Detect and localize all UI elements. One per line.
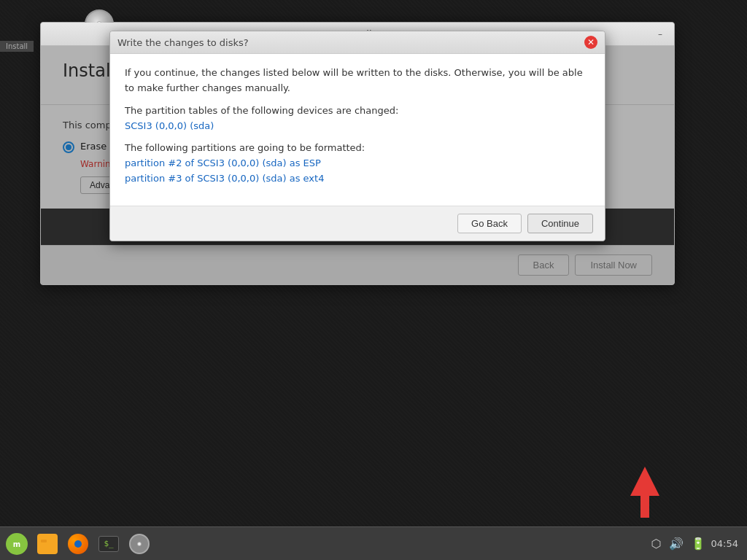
go-back-button[interactable]: Go Back bbox=[457, 214, 522, 233]
modal-body: If you continue, the changes listed belo… bbox=[110, 54, 605, 206]
mint-logo: m bbox=[6, 533, 28, 555]
volume-icon[interactable]: 🔊 bbox=[669, 537, 684, 551]
modal-overlay: Write the changes to disks? ✕ If you con… bbox=[41, 46, 674, 284]
battery-icon[interactable]: 🔋 bbox=[691, 537, 705, 551]
network-icon[interactable]: ⬡ bbox=[651, 537, 662, 551]
modal-title: Write the changes to disks? bbox=[117, 37, 249, 48]
modal-body-line1: If you continue, the changes listed belo… bbox=[125, 66, 590, 96]
sys-tray-icons: ⬡ 🔊 🔋 bbox=[651, 537, 705, 551]
modal-dialog: Write the changes to disks? ✕ If you con… bbox=[109, 31, 605, 241]
modal-body-line3: The following partitions are going to be… bbox=[125, 141, 590, 186]
modal-close-button[interactable]: ✕ bbox=[584, 36, 597, 49]
modal-body-line2: The partition tables of the following de… bbox=[125, 104, 590, 134]
taskbar-left: m $_ bbox=[0, 530, 153, 558]
terminal-button[interactable]: $_ bbox=[95, 530, 123, 558]
install-window: Install – Installation type This compute… bbox=[40, 22, 675, 285]
files-button[interactable] bbox=[34, 530, 61, 558]
dvd-button[interactable] bbox=[125, 530, 153, 558]
taskbar-right: ⬡ 🔊 🔋 04:54 bbox=[651, 537, 747, 551]
dvd-icon-taskbar bbox=[129, 534, 150, 554]
modal-titlebar: Write the changes to disks? ✕ bbox=[110, 31, 605, 54]
modal-device: SCSI3 (0,0,0) (sda) bbox=[125, 120, 214, 131]
taskbar-install-label[interactable]: Install bbox=[0, 41, 34, 52]
continue-button[interactable]: Continue bbox=[527, 214, 593, 233]
files-icon bbox=[37, 534, 58, 554]
taskbar: m $_ bbox=[0, 526, 747, 560]
svg-text:m: m bbox=[13, 540, 20, 548]
clock: 04:54 bbox=[711, 538, 738, 549]
mint-menu-button[interactable]: m bbox=[3, 530, 31, 558]
terminal-icon: $_ bbox=[98, 536, 119, 552]
modal-part2: partition #3 of SCSI3 (0,0,0) (sda) as e… bbox=[125, 173, 324, 184]
modal-footer: Go Back Continue bbox=[110, 206, 605, 241]
modal-part1: partition #2 of SCSI3 (0,0,0) (sda) as E… bbox=[125, 158, 321, 168]
minimize-button[interactable]: – bbox=[652, 26, 668, 42]
svg-rect-3 bbox=[41, 540, 47, 542]
window-controls: – bbox=[652, 26, 668, 42]
firefox-button[interactable] bbox=[64, 530, 92, 558]
